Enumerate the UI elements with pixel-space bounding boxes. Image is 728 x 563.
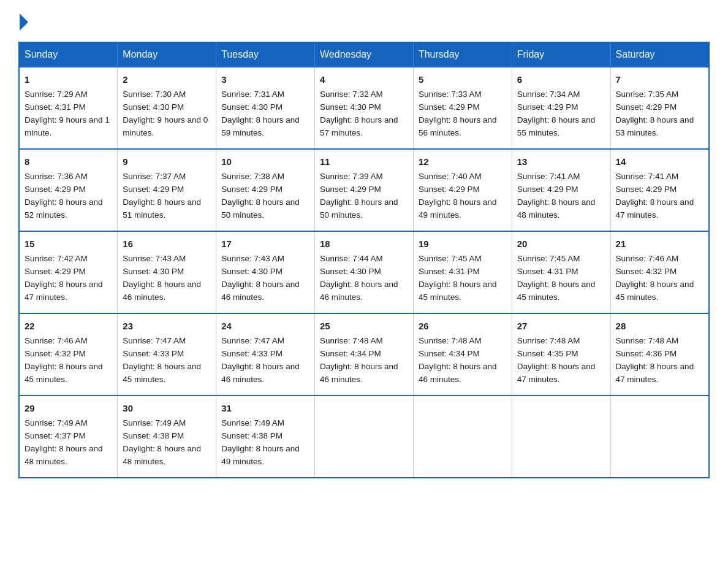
sunset-text: Sunset: 4:31 PM [517,266,605,278]
day-number: 8 [25,155,112,169]
day-header-friday: Friday [512,42,610,67]
day-number: 9 [123,155,211,169]
daylight-text: Daylight: 8 hours and 50 minutes. [221,196,309,222]
calendar-cell: 3Sunrise: 7:31 AMSunset: 4:30 PMDaylight… [216,67,315,149]
day-number: 29 [25,401,112,415]
daylight-text: Daylight: 8 hours and 47 minutes. [25,278,112,304]
calendar-cell: 9Sunrise: 7:37 AMSunset: 4:29 PMDaylight… [118,149,216,231]
calendar-cell: 23Sunrise: 7:47 AMSunset: 4:33 PMDayligh… [118,313,216,396]
sunrise-text: Sunrise: 7:38 AM [221,170,309,183]
daylight-text: Daylight: 8 hours and 51 minutes. [123,196,211,222]
daylight-text: Daylight: 8 hours and 46 minutes. [320,361,408,386]
daylight-text: Daylight: 8 hours and 45 minutes. [25,361,112,386]
daylight-text: Daylight: 9 hours and 1 minute. [25,114,112,140]
calendar-cell: 1Sunrise: 7:29 AMSunset: 4:31 PMDaylight… [19,67,118,149]
daylight-text: Daylight: 8 hours and 46 minutes. [221,278,309,304]
sunrise-text: Sunrise: 7:30 AM [123,88,211,101]
sunrise-text: Sunrise: 7:49 AM [123,417,211,430]
daylight-text: Daylight: 8 hours and 46 minutes. [320,278,408,304]
day-header-saturday: Saturday [610,42,709,67]
daylight-text: Daylight: 8 hours and 53 minutes. [616,114,703,140]
daylight-text: Daylight: 8 hours and 55 minutes. [517,114,605,140]
sunrise-text: Sunrise: 7:49 AM [25,417,112,430]
sunset-text: Sunset: 4:29 PM [221,183,309,196]
daylight-text: Daylight: 8 hours and 56 minutes. [419,114,507,140]
calendar-cell [315,396,414,478]
calendar-cell: 4Sunrise: 7:32 AMSunset: 4:30 PMDaylight… [315,67,414,149]
day-number: 23 [123,319,211,333]
sunrise-text: Sunrise: 7:48 AM [320,335,408,348]
calendar-cell: 17Sunrise: 7:43 AMSunset: 4:30 PMDayligh… [216,231,315,313]
calendar-cell: 26Sunrise: 7:48 AMSunset: 4:34 PMDayligh… [413,313,512,396]
sunrise-text: Sunrise: 7:46 AM [25,335,112,348]
sunrise-text: Sunrise: 7:35 AM [616,88,703,101]
sunrise-text: Sunrise: 7:45 AM [419,253,507,266]
sunset-text: Sunset: 4:34 PM [419,348,507,361]
sunrise-text: Sunrise: 7:41 AM [517,170,605,183]
sunset-text: Sunset: 4:33 PM [221,348,309,361]
calendar-cell: 19Sunrise: 7:45 AMSunset: 4:31 PMDayligh… [413,231,512,313]
daylight-text: Daylight: 8 hours and 46 minutes. [419,361,507,386]
sunrise-text: Sunrise: 7:48 AM [517,335,605,348]
calendar-cell: 28Sunrise: 7:48 AMSunset: 4:36 PMDayligh… [610,313,709,396]
daylight-text: Daylight: 8 hours and 46 minutes. [221,361,309,386]
day-header-thursday: Thursday [413,42,512,67]
day-number: 17 [221,237,309,251]
calendar-cell: 12Sunrise: 7:40 AMSunset: 4:29 PMDayligh… [413,149,512,231]
day-number: 14 [616,155,703,169]
calendar-cell: 27Sunrise: 7:48 AMSunset: 4:35 PMDayligh… [512,313,610,396]
day-header-wednesday: Wednesday [315,42,414,67]
sunset-text: Sunset: 4:29 PM [616,183,703,196]
calendar-cell: 29Sunrise: 7:49 AMSunset: 4:37 PMDayligh… [19,396,118,478]
daylight-text: Daylight: 8 hours and 45 minutes. [616,278,703,304]
sunrise-text: Sunrise: 7:45 AM [517,253,605,266]
sunrise-text: Sunrise: 7:40 AM [419,170,507,183]
sunset-text: Sunset: 4:29 PM [25,266,112,278]
sunset-text: Sunset: 4:30 PM [221,101,309,114]
day-number: 27 [517,319,605,333]
day-number: 1 [25,72,112,86]
day-number: 22 [25,319,112,333]
calendar-cell: 31Sunrise: 7:49 AMSunset: 4:38 PMDayligh… [216,396,315,478]
sunset-text: Sunset: 4:38 PM [123,430,211,443]
day-header-sunday: Sunday [19,42,118,67]
sunset-text: Sunset: 4:30 PM [123,101,211,114]
day-number: 18 [320,237,408,251]
sunrise-text: Sunrise: 7:43 AM [123,253,211,266]
sunset-text: Sunset: 4:34 PM [320,348,408,361]
day-number: 13 [517,155,605,169]
day-number: 2 [123,72,211,86]
day-number: 30 [123,401,211,415]
calendar-week-row: 1Sunrise: 7:29 AMSunset: 4:31 PMDaylight… [19,67,709,149]
daylight-text: Daylight: 8 hours and 46 minutes. [123,278,211,304]
calendar-week-row: 15Sunrise: 7:42 AMSunset: 4:29 PMDayligh… [19,231,709,313]
day-number: 3 [221,72,309,86]
calendar-header-row: SundayMondayTuesdayWednesdayThursdayFrid… [19,42,709,67]
day-number: 28 [616,319,703,333]
calendar-cell: 20Sunrise: 7:45 AMSunset: 4:31 PMDayligh… [512,231,610,313]
day-number: 12 [419,155,507,169]
daylight-text: Daylight: 8 hours and 49 minutes. [221,443,309,469]
sunset-text: Sunset: 4:29 PM [123,183,211,196]
day-number: 15 [25,237,112,251]
calendar-cell: 25Sunrise: 7:48 AMSunset: 4:34 PMDayligh… [315,313,414,396]
sunrise-text: Sunrise: 7:37 AM [123,170,211,183]
sunrise-text: Sunrise: 7:46 AM [616,253,703,266]
sunrise-text: Sunrise: 7:47 AM [123,335,211,348]
daylight-text: Daylight: 8 hours and 45 minutes. [419,278,507,304]
day-number: 24 [221,319,309,333]
calendar-cell: 21Sunrise: 7:46 AMSunset: 4:32 PMDayligh… [610,231,709,313]
sunset-text: Sunset: 4:29 PM [517,183,605,196]
page-header [18,12,710,31]
daylight-text: Daylight: 8 hours and 47 minutes. [616,361,703,386]
calendar-cell [413,396,512,478]
day-number: 6 [517,72,605,86]
calendar-cell: 14Sunrise: 7:41 AMSunset: 4:29 PMDayligh… [610,149,709,231]
sunrise-text: Sunrise: 7:48 AM [419,335,507,348]
daylight-text: Daylight: 8 hours and 48 minutes. [123,443,211,469]
calendar-cell: 30Sunrise: 7:49 AMSunset: 4:38 PMDayligh… [118,396,216,478]
sunset-text: Sunset: 4:35 PM [517,348,605,361]
sunset-text: Sunset: 4:31 PM [419,266,507,278]
sunrise-text: Sunrise: 7:31 AM [221,88,309,101]
day-header-monday: Monday [118,42,216,67]
